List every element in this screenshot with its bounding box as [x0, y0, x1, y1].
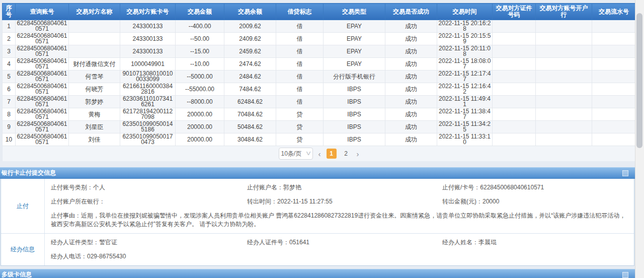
table-cell — [493, 83, 536, 96]
table-cell: 2484.62 — [224, 71, 276, 83]
table-cell: 成功 — [385, 45, 437, 58]
table-cell: 何雪琴 — [69, 71, 120, 83]
table-cell: 成功 — [385, 96, 437, 108]
table-cell: 成功 — [385, 108, 437, 121]
table-cell: 2022-11-15 18:08:07 — [437, 58, 493, 71]
field-phone: 经办人电话：029-86755430 — [51, 252, 247, 261]
table-cell: 6235010990500170473 — [120, 133, 176, 146]
table-cell — [592, 20, 636, 33]
table-row: 96228450068040610571刘星臣62350109905001451… — [3, 121, 636, 133]
table-cell: 30484.62 — [224, 133, 276, 146]
column-header: 交易余额 — [224, 4, 276, 20]
table-cell: 20000.00 — [176, 108, 224, 121]
table-cell — [493, 133, 536, 146]
table-cell: --8000.00 — [176, 96, 224, 108]
stop-payment-section-title: 银行卡止付提交信息 — [2, 169, 56, 176]
page-button-2[interactable]: 2 — [341, 149, 351, 159]
stop-payment-section-header: 银行卡止付提交信息 — [0, 167, 635, 179]
table-cell — [536, 45, 592, 58]
table-cell — [493, 108, 536, 121]
table-cell — [69, 20, 120, 33]
table-cell: 成功 — [385, 71, 437, 83]
table-cell: 20000.00 — [176, 121, 224, 133]
table-cell: IBPS — [324, 83, 385, 96]
next-page-button[interactable]: › — [356, 150, 360, 158]
vertical-scrollbar[interactable] — [635, 0, 644, 278]
table-cell: 6228450068040610571 — [16, 33, 69, 45]
table-cell: IBPS — [324, 121, 385, 133]
table-cell: 刘佳 — [69, 133, 120, 146]
scrollbar-thumb[interactable] — [636, 13, 642, 148]
table-cell: 6228450068040610571 — [16, 96, 69, 108]
table-cell: 2474.62 — [224, 58, 276, 71]
table-cell: 财付通微信支付 — [69, 58, 120, 71]
table-cell: EPAY — [324, 20, 385, 33]
table-cell: 2022-11-15 11:49:41 — [437, 96, 493, 108]
main-content: 序号查询账号交易对方名称交易对方账卡号交易金额交易余额借贷标志交易类型交易是否成… — [0, 0, 635, 278]
table-cell: 243300133 — [120, 45, 176, 58]
table-cell: 借 — [276, 96, 324, 108]
prev-page-button[interactable]: ‹ — [317, 150, 322, 158]
table-cell — [536, 20, 592, 33]
table-cell: 分行版手机银行 — [324, 71, 385, 83]
table-cell: 2 — [3, 33, 16, 45]
table-cell: 6217281942001127098 — [120, 108, 176, 121]
table-cell — [536, 133, 592, 146]
table-cell: 成功 — [385, 20, 437, 33]
table-cell: 6228450068040610571 — [16, 58, 69, 71]
field-account-name: 止付账户名：郭梦艳 — [247, 183, 442, 192]
table-cell — [536, 96, 592, 108]
table-cell: 70484.62 — [224, 108, 276, 121]
table-cell: 6216611600003842816 — [120, 83, 176, 96]
table-cell: 贷 — [276, 121, 324, 133]
page-button-1[interactable]: 1 — [327, 149, 337, 159]
collapse-icon[interactable] — [622, 170, 628, 176]
table-row: 76228450068040610571郭梦婷62303611010734162… — [3, 96, 636, 108]
table-cell: 2409.62 — [224, 33, 276, 45]
column-header: 查询账号 — [16, 4, 69, 20]
table-cell: --10.00 — [176, 58, 224, 71]
page-size-label: 10条/页 — [281, 150, 302, 158]
stop-payment-block: 止付 止付账号类别：个人 止付账户名：郭梦艳 止付账/卡号：6228450068… — [1, 179, 634, 233]
table-cell: 刘星臣 — [69, 121, 120, 133]
table-cell: --15.00 — [176, 45, 224, 58]
table-cell: 7 — [3, 96, 16, 108]
table-cell — [69, 45, 120, 58]
field-doc-type: 经办人证件类型：警官证 — [51, 238, 247, 247]
column-header: 交易对方账卡号 — [120, 4, 176, 20]
page-size-select[interactable]: 10条/页 ᐯ — [279, 148, 313, 160]
table-cell — [493, 71, 536, 83]
table-cell — [493, 58, 536, 71]
table-cell: EPAY — [324, 33, 385, 45]
table-cell: 10 — [3, 133, 16, 146]
table-cell: 2022-11-15 20:11:08 — [437, 45, 493, 58]
table-cell: 2022-11-15 12:16:42 — [437, 83, 493, 96]
table-cell — [536, 83, 592, 96]
table-cell: --55000.00 — [176, 83, 224, 96]
table-cell: 243300133 — [120, 33, 176, 45]
table-cell: 6228450068040610571 — [16, 20, 69, 33]
table-cell: 借 — [276, 45, 324, 58]
table-cell — [592, 45, 636, 58]
table-cell: 2022-11-15 11:34:25 — [437, 121, 493, 133]
multi-card-section-header: 多级卡信息 — [0, 269, 635, 278]
stop-payment-section-body: 止付 止付账号类别：个人 止付账户名：郭梦艳 止付账/卡号：6228450068… — [1, 179, 634, 266]
table-row: 46228450068040610571财付通微信支付1000049901--1… — [3, 58, 636, 71]
table-cell: 6228450068040610571 — [16, 83, 69, 96]
table-cell: 9 — [3, 121, 16, 133]
table-row: 56228450068040610571何雪琴90107130801001000… — [3, 71, 636, 83]
table-cell: 20000.00 — [176, 133, 224, 146]
collapse-icon[interactable] — [622, 272, 628, 278]
operator-block-label: 经办信息 — [1, 234, 45, 265]
table-cell: 50484.62 — [224, 121, 276, 133]
table-cell — [536, 121, 592, 133]
column-header: 交易对方证件号码 — [493, 4, 536, 20]
multi-card-section-title: 多级卡信息 — [2, 271, 32, 278]
table-cell: --400.00 — [176, 20, 224, 33]
table-cell: 4 — [3, 58, 16, 71]
table-row: 86228450068040610571黄梅621728194200112709… — [3, 108, 636, 121]
table-cell: IBPS — [324, 96, 385, 108]
field-doc-no: 经办人证件号：051641 — [247, 238, 442, 247]
table-cell — [592, 33, 636, 45]
table-cell: 7484.62 — [224, 83, 276, 96]
